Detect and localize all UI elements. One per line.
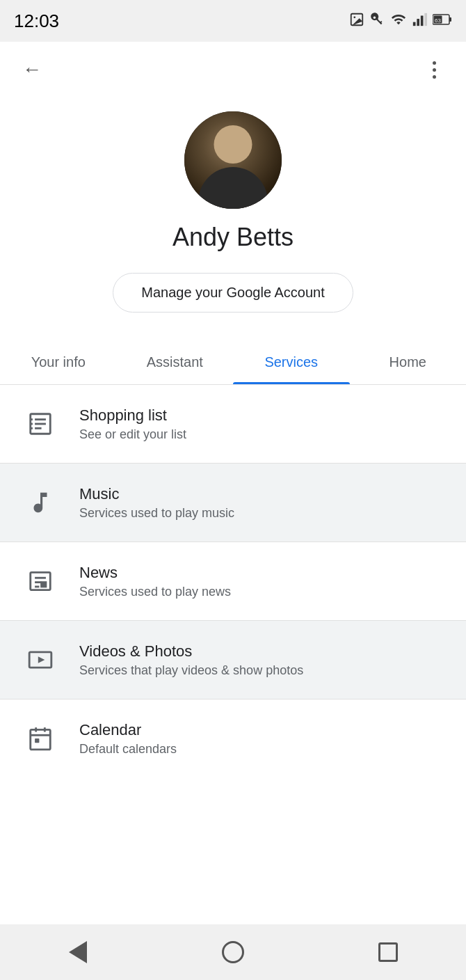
svg-rect-4 <box>421 15 424 26</box>
video-icon <box>21 640 60 679</box>
recents-square-icon <box>378 942 398 962</box>
service-subtitle: See or edit your list <box>79 427 186 442</box>
svg-marker-23 <box>38 656 45 663</box>
list-item[interactable]: Videos & Photos Services that play video… <box>0 621 466 699</box>
service-text: News Services used to play news <box>79 564 231 599</box>
tab-your-info[interactable]: Your info <box>0 340 117 384</box>
service-subtitle: Services used to play news <box>79 585 231 599</box>
nav-home-button[interactable] <box>212 931 254 973</box>
dot-icon <box>433 75 436 79</box>
services-list: Shopping list See or edit your list Musi… <box>0 385 466 777</box>
user-name: Andy Betts <box>172 223 294 252</box>
nav-back-button[interactable] <box>57 931 99 973</box>
dot-icon <box>433 61 436 65</box>
news-icon <box>21 562 60 601</box>
service-text: Videos & Photos Services that play video… <box>79 642 303 678</box>
top-bar: ← <box>0 42 466 97</box>
list-item[interactable]: News Services used to play news <box>0 542 466 620</box>
svg-text:63: 63 <box>435 17 441 24</box>
svg-rect-3 <box>417 19 419 26</box>
svg-rect-24 <box>31 729 51 750</box>
tabs-container: Your info Assistant Services Home <box>0 340 466 385</box>
more-options-button[interactable] <box>419 54 449 85</box>
image-icon <box>349 12 364 31</box>
service-title: Music <box>79 485 234 503</box>
back-triangle-icon <box>69 941 87 963</box>
service-subtitle: Default calendars <box>79 742 177 757</box>
wifi-icon <box>391 12 406 31</box>
tab-services[interactable]: Services <box>233 340 350 384</box>
svg-rect-2 <box>413 22 416 25</box>
list-item[interactable]: Calendar Default calendars <box>0 700 466 777</box>
signal-icon <box>412 12 427 31</box>
status-bar: 12:03 63 <box>0 0 466 42</box>
calendar-icon <box>21 719 60 758</box>
service-subtitle: Services that play videos & show photos <box>79 663 303 678</box>
service-title: Videos & Photos <box>79 642 303 661</box>
tab-home[interactable]: Home <box>350 340 467 384</box>
avatar-image <box>184 111 282 209</box>
svg-rect-28 <box>35 738 39 743</box>
bottom-nav <box>0 924 466 980</box>
status-time: 12:03 <box>14 10 59 32</box>
status-icons: 63 <box>349 12 452 31</box>
list-item[interactable]: Shopping list See or edit your list <box>0 385 466 463</box>
back-arrow-icon: ← <box>22 58 42 81</box>
svg-point-1 <box>353 16 355 18</box>
profile-section: Andy Betts Manage your Google Account <box>0 97 466 333</box>
service-title: Shopping list <box>79 406 186 425</box>
svg-rect-21 <box>42 583 46 587</box>
svg-rect-17 <box>31 572 51 590</box>
service-title: News <box>79 564 231 582</box>
nav-recents-button[interactable] <box>367 931 409 973</box>
battery-icon: 63 <box>433 13 452 29</box>
list-icon <box>21 404 60 443</box>
service-subtitle: Services used to play music <box>79 506 234 521</box>
manage-account-button[interactable]: Manage your Google Account <box>113 273 353 313</box>
home-circle-icon <box>222 941 244 963</box>
key-icon <box>370 12 385 31</box>
back-button[interactable]: ← <box>17 54 47 85</box>
service-text: Shopping list See or edit your list <box>79 406 186 442</box>
svg-rect-5 <box>424 13 427 25</box>
list-item[interactable]: Music Services used to play music <box>0 464 466 542</box>
dot-icon <box>433 68 436 72</box>
avatar <box>184 111 282 209</box>
service-title: Calendar <box>79 721 177 739</box>
svg-rect-7 <box>449 17 451 22</box>
music-icon <box>21 483 60 522</box>
service-text: Music Services used to play music <box>79 485 234 521</box>
service-text: Calendar Default calendars <box>79 721 177 757</box>
tab-assistant[interactable]: Assistant <box>117 340 234 384</box>
